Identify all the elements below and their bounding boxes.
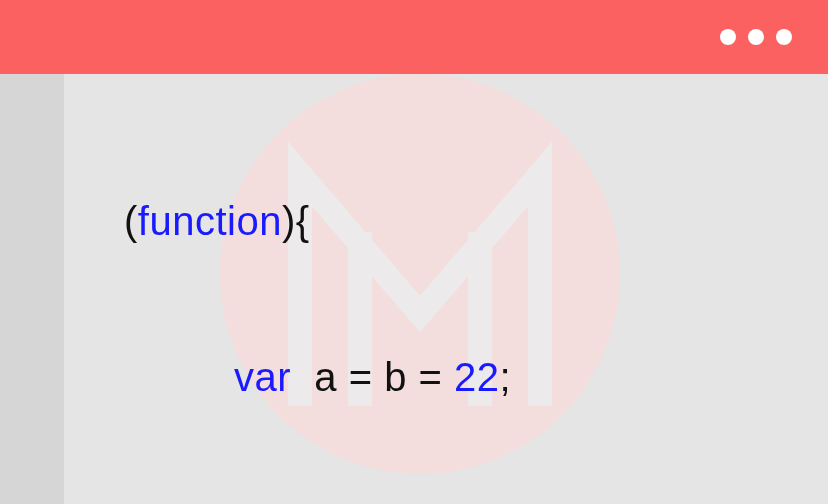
window-titlebar [0,0,828,74]
code-area: (function){ var a = b = 22; })(); consol… [64,74,828,504]
line-number-gutter [0,74,64,504]
code-line: (function){ [124,182,828,260]
code-text: a = b = [291,355,454,399]
window-dot-icon [748,29,764,45]
semicolon: ; [499,355,511,399]
brace: ){ [282,199,310,243]
window-dot-icon [776,29,792,45]
keyword-var: var [234,355,291,399]
paren: ( [124,199,138,243]
code-block: (function){ var a = b = 22; })(); consol… [64,74,828,504]
code-line: var a = b = 22; [124,338,828,416]
code-line: })(); [124,494,828,504]
window-dot-icon [720,29,736,45]
number-literal: 22 [454,355,500,399]
code-text: })(); [124,494,261,504]
window-dots [720,29,792,45]
editor-body: (function){ var a = b = 22; })(); consol… [0,74,828,504]
keyword-function: function [138,199,282,243]
